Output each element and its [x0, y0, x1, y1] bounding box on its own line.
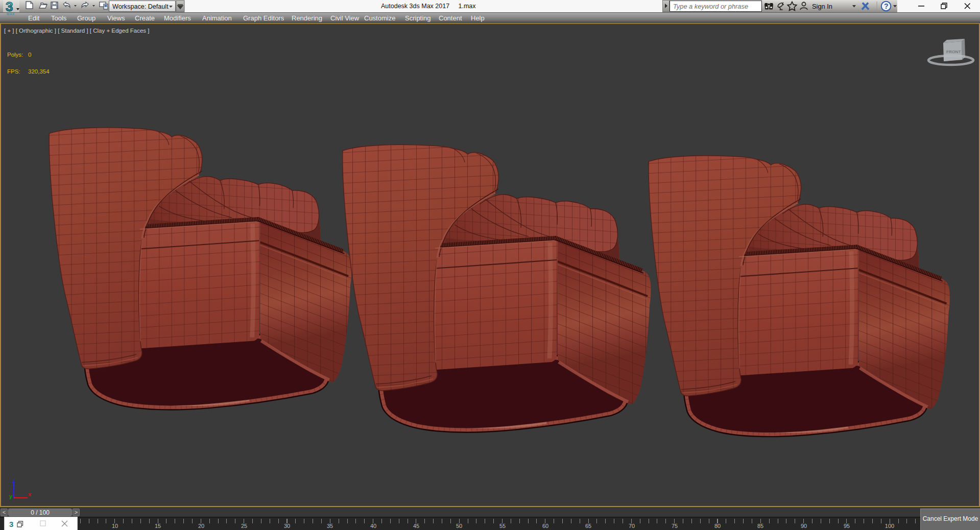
- svg-text:?: ?: [884, 2, 889, 10]
- svg-text:FRONT: FRONT: [946, 50, 961, 54]
- svg-text:Workspace: Default: Workspace: Default: [112, 3, 169, 10]
- svg-text:y: y: [9, 493, 13, 499]
- svg-text:z: z: [12, 477, 15, 484]
- svg-text:Type a keyword or phrase: Type a keyword or phrase: [673, 3, 748, 10]
- svg-text:3: 3: [9, 520, 13, 528]
- svg-text:x: x: [28, 491, 32, 497]
- svg-text:MAX: MAX: [7, 12, 15, 16]
- svg-text:Sign In: Sign In: [812, 3, 832, 10]
